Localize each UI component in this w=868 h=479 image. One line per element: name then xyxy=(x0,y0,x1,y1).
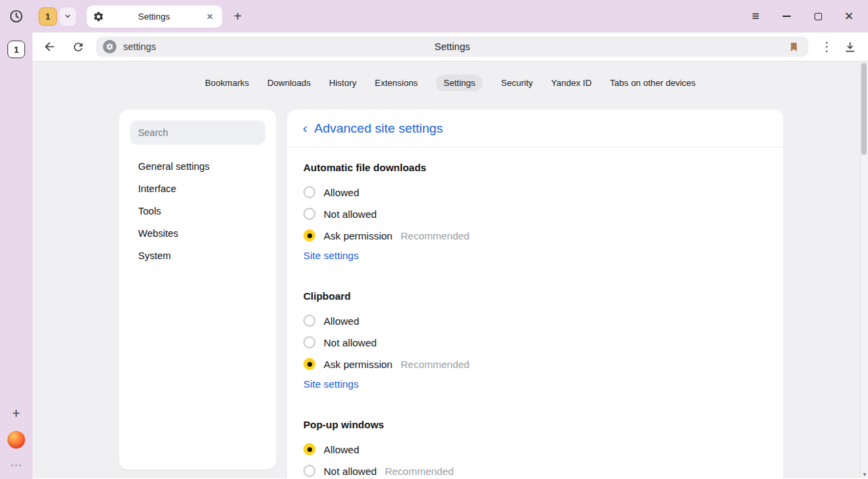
new-tab-button[interactable]: + xyxy=(229,7,246,25)
nav-bookmarks[interactable]: Bookmarks xyxy=(205,74,249,91)
hamburger-icon: ≡ xyxy=(752,9,759,24)
radio-option[interactable]: Allowed xyxy=(303,438,767,460)
more-menu-icon[interactable]: ⋮ xyxy=(815,35,838,58)
tab-title: Settings xyxy=(104,12,204,22)
maximize-icon xyxy=(815,13,822,20)
close-button[interactable]: × xyxy=(840,7,859,26)
rail-more-icon[interactable]: ⋯ xyxy=(10,458,22,472)
radio-button[interactable] xyxy=(303,315,316,327)
settings-topnav: Bookmarks Downloads History Extensions S… xyxy=(32,62,868,91)
radio-option[interactable]: Not allowed xyxy=(303,332,767,353)
close-icon: × xyxy=(845,9,854,24)
advanced-settings-back[interactable]: ‹ Advanced site settings xyxy=(287,110,783,147)
radio-button[interactable] xyxy=(303,443,316,455)
radio-option[interactable]: Allowed xyxy=(303,181,767,203)
radio-label: Not allowed xyxy=(324,208,376,220)
tab-group-controls: 1 xyxy=(39,7,76,26)
nav-tabs-other-devices[interactable]: Tabs on other devices xyxy=(610,74,695,91)
recommended-note: Recommended xyxy=(385,465,454,477)
section-title: Automatic file downloads xyxy=(303,162,767,173)
radio-button[interactable] xyxy=(303,336,316,348)
scroll-down-icon[interactable]: ▾ xyxy=(861,471,868,478)
search-input[interactable] xyxy=(138,127,257,138)
site-favicon-icon xyxy=(103,40,116,53)
site-settings-link[interactable]: Site settings xyxy=(303,378,359,390)
radio-label: Not allowed xyxy=(324,337,376,348)
radio-button[interactable] xyxy=(303,208,316,220)
settings-sidebar-card: General settings Interface Tools Website… xyxy=(119,110,276,470)
toolbar: settings Settings ⋮ xyxy=(32,32,868,62)
sidebar-item-interface[interactable]: Interface xyxy=(119,177,276,200)
browser-menu-icon[interactable]: ≡ xyxy=(746,7,765,26)
radio-option[interactable]: Not allowed xyxy=(303,203,767,225)
radio-option[interactable]: Not allowed Recommended xyxy=(303,460,767,478)
nav-history[interactable]: History xyxy=(329,74,356,91)
sidebar-item-system[interactable]: System xyxy=(119,244,276,267)
bookmark-icon[interactable] xyxy=(785,39,802,55)
radio-button[interactable] xyxy=(303,186,316,198)
browser-window: 1 Settings × + ≡ × 1 + ⋯ xyxy=(0,0,868,479)
gear-icon xyxy=(93,11,104,22)
recommended-note: Recommended xyxy=(401,359,470,370)
browser-body: settings Settings ⋮ Bookmarks Downloads … xyxy=(32,32,868,479)
active-tab[interactable]: Settings × xyxy=(87,5,222,28)
radio-option[interactable]: Ask permission Recommended xyxy=(303,353,767,375)
radio-option[interactable]: Allowed xyxy=(303,310,767,332)
yandex-browser-logo[interactable] xyxy=(7,431,25,449)
radio-label: Not allowed xyxy=(324,465,376,477)
recommended-note: Recommended xyxy=(401,230,470,242)
settings-menu: General settings Interface Tools Website… xyxy=(119,155,276,267)
radio-option[interactable]: Ask permission Recommended xyxy=(303,225,767,246)
side-rail-bottom: + ⋯ xyxy=(7,405,25,479)
section-automatic-file-downloads: Automatic file downloads Allowed Not all… xyxy=(303,162,767,262)
tab-panel-badge[interactable]: 1 xyxy=(7,41,25,58)
sidebar-item-tools[interactable]: Tools xyxy=(119,200,276,222)
back-button[interactable] xyxy=(38,35,61,58)
sidebar-item-websites[interactable]: Websites xyxy=(119,222,276,244)
section-title: Pop-up windows xyxy=(303,419,767,430)
radio-label: Allowed xyxy=(324,315,360,327)
nav-settings[interactable]: Settings xyxy=(436,74,483,91)
radio-label: Ask permission xyxy=(324,230,393,242)
address-bar[interactable]: settings Settings xyxy=(96,37,808,57)
minimize-icon xyxy=(783,16,791,17)
radio-label: Ask permission xyxy=(324,359,393,370)
yandex-logo-icon xyxy=(7,431,25,449)
scrollbar[interactable]: ▾ xyxy=(860,62,868,478)
radio-button[interactable] xyxy=(303,229,316,242)
vertical-dots-icon: ⋮ xyxy=(821,39,833,54)
nav-extensions[interactable]: Extensions xyxy=(375,74,418,91)
nav-downloads[interactable]: Downloads xyxy=(267,74,311,91)
advanced-site-settings-card: ‹ Advanced site settings Automatic file … xyxy=(287,110,783,478)
tab-counter-badge[interactable]: 1 xyxy=(39,7,57,26)
tab-close-icon[interactable]: × xyxy=(204,11,216,22)
site-settings-link[interactable]: Site settings xyxy=(303,250,359,261)
url-text: settings xyxy=(123,41,156,52)
maximize-button[interactable] xyxy=(808,7,827,26)
scrollbar-thumb[interactable] xyxy=(861,63,867,155)
radio-button[interactable] xyxy=(303,358,316,370)
settings-page: Bookmarks Downloads History Extensions S… xyxy=(32,62,868,478)
chevron-down-icon[interactable] xyxy=(60,7,76,26)
titlebar: 1 Settings × + ≡ × xyxy=(0,0,868,32)
window-controls: ≡ × xyxy=(746,7,868,26)
nav-security[interactable]: Security xyxy=(501,74,533,91)
page-title-center: Settings xyxy=(435,41,470,52)
minimize-button[interactable] xyxy=(777,7,796,26)
sidebar-item-general-settings[interactable]: General settings xyxy=(119,155,276,177)
page-title: Advanced site settings xyxy=(314,121,443,136)
section-clipboard: Clipboard Allowed Not allowed xyxy=(303,290,767,390)
settings-sections: Automatic file downloads Allowed Not all… xyxy=(287,147,783,478)
nav-yandex-id[interactable]: Yandex ID xyxy=(551,74,592,91)
section-popup-windows: Pop-up windows Allowed Not allowed Recom… xyxy=(303,419,767,478)
side-rail: 1 + ⋯ xyxy=(0,0,32,479)
radio-label: Allowed xyxy=(324,444,360,455)
settings-columns: General settings Interface Tools Website… xyxy=(32,110,868,478)
chevron-left-icon: ‹ xyxy=(303,120,307,135)
search-box[interactable] xyxy=(130,120,265,145)
reload-button[interactable] xyxy=(66,35,89,58)
radio-button[interactable] xyxy=(303,465,316,477)
downloads-button[interactable] xyxy=(838,35,861,58)
section-title: Clipboard xyxy=(303,290,767,302)
rail-add-button[interactable]: + xyxy=(12,405,20,421)
